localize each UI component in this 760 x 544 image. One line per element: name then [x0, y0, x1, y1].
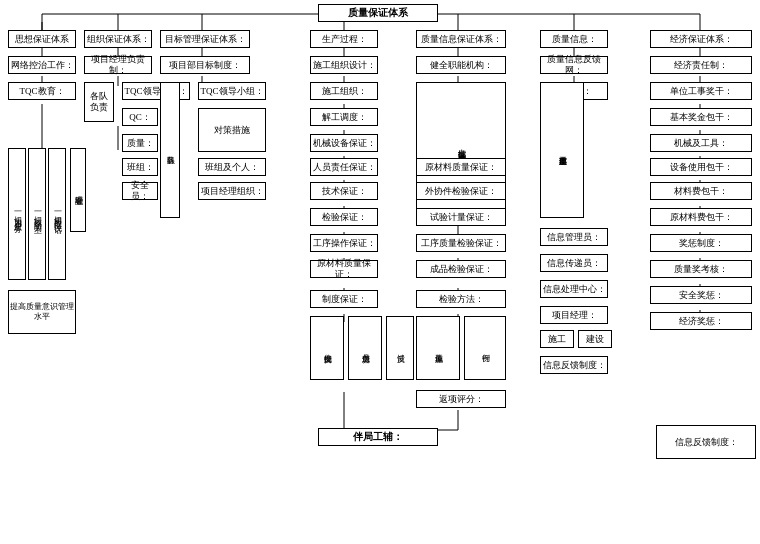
econ-responsibility: 经济责任制： [650, 56, 752, 74]
pm-box: 项目经理： [540, 306, 608, 324]
econ-reward: 经济奖惩： [650, 312, 752, 330]
base-bonus: 基本奖金包干： [650, 108, 752, 126]
machinery-tools: 机械及工具： [650, 134, 752, 152]
schedule-dispatch: 解工调度： [310, 108, 378, 126]
qc-box: QC： [122, 108, 158, 126]
diagram-container: 质量保证体系 思想保证体系 组织保证体系： 目标管理保证体系： 生产过程： 质量… [0, 0, 760, 8]
raw-material-quality: 原材料质量保证： [310, 260, 378, 278]
inspection-guarantee: 检验保证： [310, 208, 378, 226]
equipment-guarantee: 机械设备保证： [310, 134, 378, 152]
dept-target: 项目部目标制度： [160, 56, 250, 74]
building-box: 建设 [578, 330, 612, 348]
outsource-check: 外协件检验保证： [416, 182, 506, 200]
countermeasures: 对策措施 [198, 108, 266, 152]
team-box: 班组： [122, 158, 158, 176]
construction-design: 施工组织设计： [310, 56, 378, 74]
finance-mgmt: 金融管理 [70, 148, 86, 232]
system-guarantee: 制度保证： [310, 290, 378, 308]
construction-unit: 施工单位 [416, 316, 460, 380]
functional-org: 健全职能机构： [416, 56, 506, 74]
info-feedback-system: 信息反馈制度： [540, 356, 608, 374]
info-feedback-net: 质量信息反馈网： [540, 56, 608, 74]
reward-punishment: 奖惩制度： [650, 234, 752, 252]
construction-org: 施工组织： [310, 82, 378, 100]
pm-responsibility: 项目经理负责制： [84, 56, 152, 74]
raw-material-guarantee: 原材料质量保证： [416, 158, 506, 176]
ideology-1: 一切为用户服务 [8, 148, 26, 280]
construction-box: 施工 [540, 330, 574, 348]
section-production: 生产过程： [310, 30, 378, 48]
process-inspection: 工序质量检验保证： [416, 234, 506, 252]
tqc-group2: TQC领导小组： [198, 82, 266, 100]
safety-reward: 安全奖惩： [650, 286, 752, 304]
supervision-dept: 监查质建工部单 [540, 82, 584, 218]
test-measurement: 试验计量保证： [416, 208, 506, 226]
section-ideology: 思想保证体系 [8, 30, 76, 48]
material-cost-bonus: 材料费包干： [650, 182, 752, 200]
team-leader: 各队负责 [84, 82, 114, 122]
quality-box: 质量： [122, 134, 158, 152]
info-center: 信息处理中心： [540, 280, 608, 298]
ideology-2: 一切以预防为主 [28, 148, 46, 280]
tech-post: 技岗位责 [310, 316, 344, 380]
unit-bonus: 单位工事奖干： [650, 82, 752, 100]
section-economy: 经济保证体系： [650, 30, 752, 48]
quality-assessment: 质量奖考核： [650, 260, 752, 278]
info-duty: 信息员责 [348, 316, 382, 380]
tqc-education: TQC教育： [8, 82, 76, 100]
inspection-method: 检验方法： [416, 290, 506, 308]
network-control: 网络控治工作： [8, 56, 76, 74]
each-team-target: 各队目 [160, 82, 180, 218]
info-transfer: 信息传递员： [540, 254, 608, 272]
section-info: 质量信息保证体系： [416, 30, 506, 48]
connector-lines [0, 0, 760, 540]
process-guarantee: 工序操作保证： [310, 234, 378, 252]
bottom-title: 伴局工辅： [318, 428, 438, 446]
ea-box: 信息反馈制度： [656, 425, 756, 459]
raw-material-cost: 原材料费包干： [650, 208, 752, 226]
tech-guarantee: 技术保证： [310, 182, 378, 200]
equipment-use-bonus: 设备使用包干： [650, 158, 752, 176]
info-manager: 信息管理员： [540, 228, 608, 246]
finished-inspection: 成品检验保证： [416, 260, 506, 278]
team-individual: 班组及个人： [198, 158, 266, 176]
section-quality-info: 质量信息： [540, 30, 608, 48]
ideology-3: 一切用数据说话 [48, 148, 66, 280]
pm-organize: 项目经理组织： [198, 182, 266, 200]
improve-quality: 提高质量意识管理水平 [8, 290, 76, 334]
personnel-guarantee: 人员责任保证： [310, 158, 378, 176]
main-title: 质量保证体系 [318, 4, 438, 22]
safety-box: 安全员： [122, 182, 158, 200]
routine-box: 例行 [464, 316, 506, 380]
feedback-box: 反馈 [386, 316, 414, 380]
return-evaluation: 返项评分： [416, 390, 506, 408]
section-org: 组织保证体系： [84, 30, 152, 48]
section-target: 目标管理保证体系： [160, 30, 250, 48]
